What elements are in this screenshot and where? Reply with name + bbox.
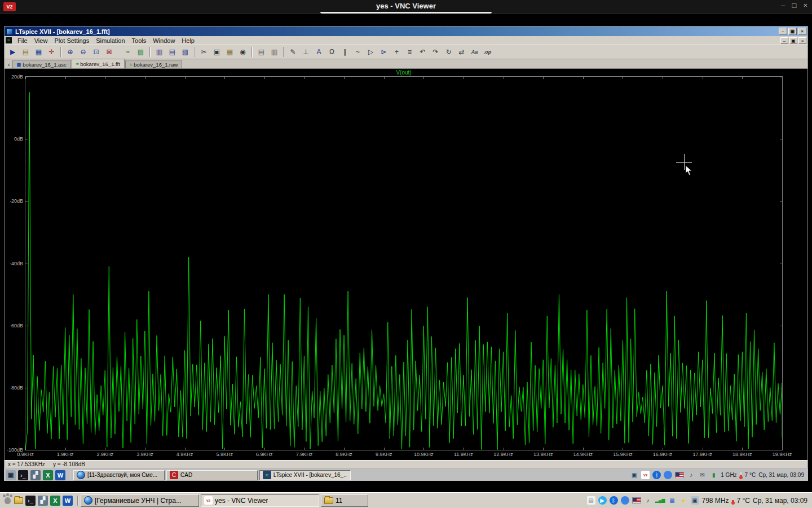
menu-simulation[interactable]: Simulation: [92, 37, 128, 44]
drag-icon[interactable]: ≡: [403, 46, 416, 58]
zoom-out-icon[interactable]: ⊖: [77, 46, 90, 58]
volume-tray-icon[interactable]: ♪: [687, 471, 695, 479]
copy-icon[interactable]: ▣: [210, 46, 223, 58]
vnc-maximize-button[interactable]: □: [792, 1, 797, 10]
pager-launcher-icon-launcher[interactable]: ▞: [30, 470, 41, 480]
tab-bokarev_16_1.raw[interactable]: ≈bokarev_16_1.raw: [125, 60, 183, 68]
waveform-pane[interactable]: V(out) 20dB0dB-20dB-40dB-60dB-80dB-100dB…: [5, 69, 807, 460]
vnc-minimize-button[interactable]: –: [781, 1, 785, 10]
spice-directive-icon[interactable]: .op: [481, 46, 494, 58]
telegram-tray-icon[interactable]: ▶: [598, 496, 607, 505]
zoom-full-icon[interactable]: ⊠: [103, 46, 116, 58]
taskbar-window-button[interactable]: V2yes - VNC Viewer: [201, 494, 319, 507]
taskbar-window-button[interactable]: CCAD: [166, 470, 258, 480]
taskbar-window-button[interactable]: [Германиевые УНЧ | Стра...: [81, 494, 199, 507]
mdi-close-button[interactable]: ×: [798, 37, 806, 44]
taskbar-window-button[interactable]: 11: [321, 494, 368, 507]
ltspice-minimize-button[interactable]: –: [779, 28, 787, 35]
ltspice-restore-button[interactable]: ▣: [788, 28, 797, 35]
vnc-window-title: yes - VNC Viewer: [0, 2, 812, 10]
zoom-in-icon[interactable]: ⊕: [64, 46, 77, 58]
undo-icon[interactable]: ↶: [416, 46, 429, 58]
terminal-launcher-icon-launcher[interactable]: ›_: [25, 496, 36, 506]
writer-launcher-icon: W: [55, 470, 65, 480]
menu-file[interactable]: File: [14, 37, 31, 44]
battery-tray-icon[interactable]: ▮: [709, 471, 718, 479]
trace-label[interactable]: V(out): [25, 69, 783, 76]
cascade-icon[interactable]: ▧: [179, 46, 192, 58]
plot-settings-icon[interactable]: ▨: [134, 46, 147, 58]
diode-icon[interactable]: ▷: [364, 46, 377, 58]
move-icon[interactable]: +: [390, 46, 403, 58]
rotate-icon[interactable]: ↻: [442, 46, 455, 58]
signal-tray-icon[interactable]: ▂▄▆: [655, 496, 665, 505]
find-icon[interactable]: ◉: [236, 46, 249, 58]
taskbar-window-button[interactable]: [11-Здравствуй, моя Сме...: [73, 470, 165, 480]
menu-help[interactable]: Help: [178, 37, 198, 44]
redo-icon[interactable]: ↷: [429, 46, 442, 58]
writer-launcher-icon-launcher[interactable]: W: [55, 470, 65, 480]
open-icon[interactable]: ▤: [19, 46, 32, 58]
autorange-icon[interactable]: ≈: [121, 46, 134, 58]
label-icon[interactable]: A: [312, 46, 325, 58]
ltspice-titlebar[interactable]: LTspice XVII - [bokarev_16_1.fft] – ▣ ×: [5, 27, 807, 36]
mirror-icon[interactable]: ⇄: [455, 46, 468, 58]
component-icon[interactable]: ⊳: [377, 46, 390, 58]
tab-scroll-left-icon[interactable]: ‹: [6, 61, 12, 68]
cursor-y-readout: y = -8.108dB: [53, 461, 85, 467]
files-launcher-icon-launcher[interactable]: [14, 497, 23, 504]
save-icon[interactable]: ▦: [32, 46, 45, 58]
print-icon[interactable]: ▥: [268, 46, 281, 58]
notes-tray-icon[interactable]: ▤: [587, 496, 595, 505]
ground-icon[interactable]: ⊥: [299, 46, 312, 58]
display-tray-icon[interactable]: ▣: [691, 496, 699, 505]
tile-horizontal-icon[interactable]: ▤: [166, 46, 179, 58]
menu-plot-settings[interactable]: Plot Settings: [51, 37, 92, 44]
mdi-minimize-button[interactable]: –: [780, 37, 788, 44]
writer-launcher-icon-launcher[interactable]: W: [63, 496, 73, 506]
menu-window[interactable]: Window: [149, 37, 178, 44]
vnc-tray-icon[interactable]: V2: [641, 471, 650, 479]
chart-tray-icon[interactable]: ▦: [668, 496, 677, 505]
text-icon[interactable]: Aa: [468, 46, 481, 58]
x-axis-tick-label: 7.9KHz: [288, 452, 320, 457]
spreadsheet-launcher-icon-launcher[interactable]: X: [43, 470, 53, 480]
wire-icon[interactable]: ✎: [286, 46, 299, 58]
display-tray-icon[interactable]: ▣: [630, 471, 638, 479]
bluetooth-tray-icon[interactable]: ᛒ: [610, 496, 618, 505]
bulb-tray-icon[interactable]: ●: [679, 496, 688, 505]
ltspice-close-button[interactable]: ×: [798, 28, 806, 35]
inductor-icon[interactable]: ~: [351, 46, 364, 58]
control-panel-icon[interactable]: ✛: [45, 46, 58, 58]
menu-view[interactable]: View: [31, 37, 51, 44]
bluetooth-tray-icon[interactable]: ᛒ: [652, 471, 661, 479]
menu-tools[interactable]: Tools: [129, 37, 150, 44]
taskbar-window-label: 11: [336, 497, 342, 505]
resistor-icon[interactable]: Ω: [325, 46, 338, 58]
droplet-tray-icon[interactable]: [621, 496, 629, 505]
zoom-area-icon[interactable]: ⊡: [90, 46, 103, 58]
tab-bokarev_16_1.fft[interactable]: ≈bokarev_16_1.fft: [72, 59, 125, 68]
vnc-close-button[interactable]: ×: [803, 1, 807, 10]
pager-launcher-icon-launcher[interactable]: ▞: [38, 496, 48, 506]
volume-tray-icon[interactable]: ♪: [644, 496, 652, 505]
keyboard-flag-icon[interactable]: [632, 497, 641, 503]
cut-icon[interactable]: ✂: [197, 46, 210, 58]
print-preview-icon[interactable]: ▤: [255, 46, 268, 58]
mdi-restore-button[interactable]: ▣: [789, 37, 797, 44]
start-menu-paw-icon[interactable]: [5, 497, 11, 504]
keyboard-flag-icon[interactable]: [675, 472, 684, 478]
capacitor-icon[interactable]: ∥: [338, 46, 351, 58]
run-icon[interactable]: ▶: [6, 46, 19, 58]
droplet-tray-icon[interactable]: [664, 471, 672, 479]
paste-icon[interactable]: ▦: [223, 46, 236, 58]
mail-tray-icon[interactable]: ✉: [698, 471, 707, 479]
tab-bokarev_16_1.asc[interactable]: ▦bokarev_16_1.asc: [12, 60, 71, 68]
spreadsheet-launcher-icon-launcher[interactable]: X: [50, 496, 60, 506]
terminal-launcher-icon-launcher[interactable]: ›_: [18, 470, 28, 480]
taskbar-window-button[interactable]: ≈LTspice XVII - [bokarev_16_...: [259, 470, 351, 480]
x-axis-tick-label: 10.9KHz: [408, 452, 439, 457]
desktop-launcher-icon-launcher[interactable]: ▣: [6, 470, 16, 480]
plot-area[interactable]: [25, 76, 783, 450]
tile-vertical-icon[interactable]: ▥: [153, 46, 166, 58]
